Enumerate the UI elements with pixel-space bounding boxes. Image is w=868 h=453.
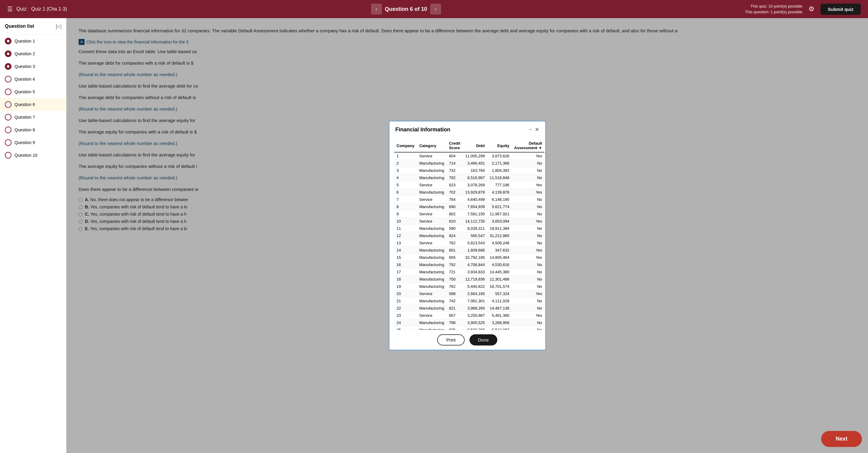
table-cell-r21-c0: 22 <box>394 305 417 312</box>
table-cell-r18-c0: 19 <box>394 283 417 290</box>
next-button[interactable]: Next <box>821 431 862 447</box>
table-row: 2Manufacturing7143,466,4012,171,368No <box>394 160 545 167</box>
table-cell-r8-c2: 802 <box>446 211 463 218</box>
table-row: 6Manufacturing70213,929,8784,139,878Yes <box>394 189 545 196</box>
table-cell-r24-c5: No <box>512 326 545 330</box>
table-cell-r18-c1: Manufacturing <box>417 283 446 290</box>
table-cell-r7-c2: 690 <box>446 203 463 211</box>
sidebar-item-question-7[interactable]: Question 7 <box>0 111 66 124</box>
table-cell-r17-c5: No <box>512 276 545 283</box>
table-cell-r12-c5: No <box>512 239 545 247</box>
table-cell-r20-c2: 742 <box>446 297 463 305</box>
table-cell-r5-c4: 4,139,878 <box>487 189 512 196</box>
next-question-button[interactable]: › <box>430 4 441 14</box>
done-button[interactable]: Done <box>469 334 497 346</box>
sidebar-item-question-10[interactable]: Question 10 <box>0 149 66 162</box>
submit-quiz-button[interactable]: Submit quiz <box>820 4 861 15</box>
sidebar-item-question-5[interactable]: Question 5 <box>0 86 66 98</box>
question-circle-9 <box>5 139 11 146</box>
table-row: 17Manufacturing7213,934,83314,445,380No <box>394 268 545 276</box>
sidebar-item-question-1[interactable]: Question 1 <box>0 35 66 47</box>
table-cell-r18-c3: 5,440,822 <box>463 283 487 290</box>
table-cell-r1-c0: 2 <box>394 160 417 167</box>
settings-button[interactable]: ⚙ <box>808 5 814 13</box>
table-cell-r6-c2: 764 <box>446 196 463 203</box>
filter-icon[interactable]: ▼ <box>538 146 542 150</box>
table-row: 13Service7625,813,5434,509,248No <box>394 239 545 247</box>
table-cell-r2-c3: 163,784 <box>463 167 487 174</box>
table-cell-r10-c1: Manufacturing <box>417 225 446 232</box>
header-right: This quiz: 10 point(s) possible This que… <box>745 3 861 15</box>
table-body: 1Service60411,005,2993,873,626Yes2Manufa… <box>394 152 545 330</box>
table-row: 10Service61014,112,7353,653,094Yes <box>394 218 545 225</box>
question-label-1: Question 1 <box>14 39 35 43</box>
table-cell-r3-c4: 11,516,848 <box>487 174 512 182</box>
sidebar-item-question-8[interactable]: Question 8 <box>0 124 66 136</box>
table-cell-r20-c3: 7,061,301 <box>463 297 487 305</box>
sidebar-item-question-4[interactable]: Question 4 <box>0 73 66 86</box>
table-cell-r7-c1: Manufacturing <box>417 203 446 211</box>
table-cell-r5-c2: 702 <box>446 189 463 196</box>
hamburger-icon[interactable]: ☰ <box>7 5 13 13</box>
table-cell-r9-c1: Service <box>417 218 446 225</box>
table-cell-r0-c0: 1 <box>394 152 417 160</box>
table-cell-r15-c2: 792 <box>446 261 463 268</box>
top-header: ☰ Quiz: Quiz 1 (Cha 1-3) ‹ Question 6 of… <box>0 0 868 18</box>
table-cell-r23-c2: 798 <box>446 319 463 326</box>
table-cell-r3-c1: Manufacturing <box>417 174 446 182</box>
content-area: The database summarizes financial inform… <box>66 18 868 453</box>
table-row: 11Manufacturing5908,039,31119,911,394No <box>394 225 545 232</box>
table-cell-r15-c5: No <box>512 261 545 268</box>
table-cell-r4-c3: 3,078,269 <box>463 182 487 189</box>
table-cell-r17-c3: 12,719,936 <box>463 276 487 283</box>
question-circle-1 <box>5 38 11 44</box>
close-modal-button[interactable]: ✕ <box>535 126 539 133</box>
sidebar-item-question-9[interactable]: Question 9 <box>0 136 66 149</box>
table-cell-r22-c2: 657 <box>446 312 463 319</box>
table-cell-r12-c4: 4,509,248 <box>487 239 512 247</box>
minimize-modal-button[interactable]: − <box>529 126 532 133</box>
table-cell-r23-c1: Manufacturing <box>417 319 446 326</box>
table-cell-r18-c5: No <box>512 283 545 290</box>
table-header-debt: Debt <box>463 139 487 152</box>
sidebar-item-question-3[interactable]: Question 3 <box>0 60 66 73</box>
header-left: ☰ Quiz: Quiz 1 (Cha 1-3) <box>7 5 67 13</box>
table-row: 3Manufacturing732163,7841,804,392No <box>394 167 545 174</box>
sidebar-item-question-6[interactable]: Question 6 <box>0 98 66 111</box>
collapse-sidebar-icon[interactable]: |◁ <box>56 23 61 30</box>
modal-overlay: Financial Information − ✕ CompanyCategor… <box>66 18 868 453</box>
question-circle-4 <box>5 76 11 83</box>
table-cell-r16-c2: 721 <box>446 268 463 276</box>
question-label-8: Question 8 <box>14 127 35 132</box>
table-cell-r14-c4: 14,805,464 <box>487 254 512 261</box>
table-cell-r2-c2: 732 <box>446 167 463 174</box>
table-cell-r10-c2: 590 <box>446 225 463 232</box>
table-cell-r20-c0: 21 <box>394 297 417 305</box>
table-row: 21Manufacturing7427,061,3014,111,029No <box>394 297 545 305</box>
table-cell-r16-c4: 14,445,380 <box>487 268 512 276</box>
table-cell-r17-c2: 750 <box>446 276 463 283</box>
question-indicator: Question 6 of 10 <box>385 6 427 12</box>
table-row: 22Manufacturing8213,968,26014,467,138No <box>394 305 545 312</box>
sidebar-item-question-2[interactable]: Question 2 <box>0 47 66 60</box>
table-cell-r21-c3: 3,968,260 <box>463 305 487 312</box>
table-cell-r11-c5: No <box>512 232 545 239</box>
table-cell-r15-c4: 4,530,616 <box>487 261 512 268</box>
table-cell-r13-c4: 347,632 <box>487 247 512 254</box>
table-cell-r24-c1: Manufacturing <box>417 326 446 330</box>
table-header-credit-score: Credit Score <box>446 139 463 152</box>
table-row: 25Manufacturing6959,569,2685,513,087No <box>394 326 545 330</box>
table-cell-r8-c5: No <box>512 211 545 218</box>
print-button[interactable]: Print <box>437 334 465 346</box>
table-cell-r14-c0: 15 <box>394 254 417 261</box>
table-cell-r23-c4: 3,268,958 <box>487 319 512 326</box>
table-cell-r14-c1: Manufacturing <box>417 254 446 261</box>
table-header-company: Company <box>394 139 417 152</box>
prev-question-button[interactable]: ‹ <box>371 4 382 14</box>
question-circle-3 <box>5 63 11 70</box>
question-circle-2 <box>5 51 11 57</box>
table-cell-r24-c4: 5,513,087 <box>487 326 512 330</box>
table-cell-r5-c0: 6 <box>394 189 417 196</box>
table-header-category: Category <box>417 139 446 152</box>
table-cell-r6-c1: Service <box>417 196 446 203</box>
